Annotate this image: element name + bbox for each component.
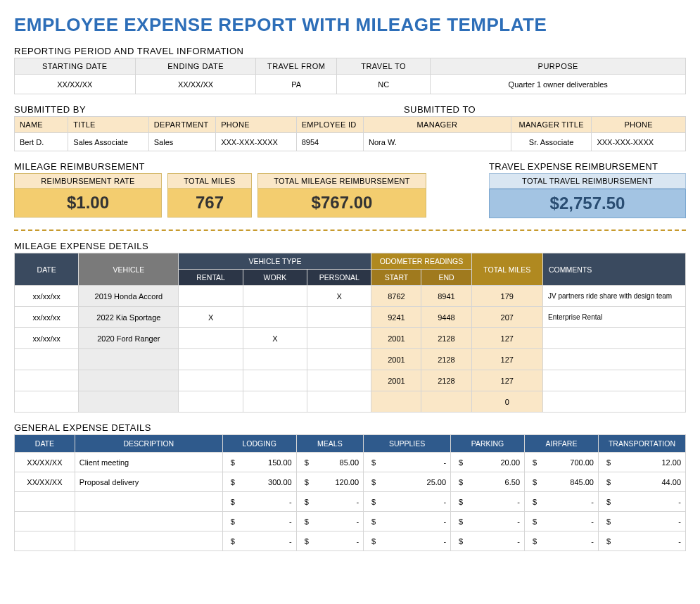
mil-rental[interactable] [179, 286, 243, 307]
mil-start[interactable] [371, 391, 421, 413]
gen-date[interactable] [15, 531, 75, 551]
mil-start[interactable]: 2001 [371, 349, 421, 370]
rp-cell[interactable]: XX/XX/XX [135, 75, 256, 94]
gen-desc[interactable]: Proposal delivery [75, 472, 222, 492]
gen-supplies[interactable]: $25.00 [364, 472, 451, 492]
mil-end[interactable] [421, 391, 471, 413]
mil-date[interactable] [15, 370, 79, 391]
mil-end[interactable]: 2128 [421, 328, 471, 349]
mil-work[interactable] [243, 370, 307, 391]
mil-date[interactable]: xx/xx/xx [15, 307, 79, 328]
gen-airfare[interactable]: $- [525, 492, 599, 512]
mil-rental[interactable] [179, 391, 243, 413]
mil-start[interactable]: 9241 [371, 307, 421, 328]
mil-end[interactable]: 2128 [421, 349, 471, 370]
mil-start[interactable]: 2001 [371, 328, 421, 349]
gen-meals[interactable]: $- [296, 531, 363, 551]
mil-start[interactable]: 2001 [371, 370, 421, 391]
mil-work[interactable]: X [243, 328, 307, 349]
st-cell[interactable]: XXX-XXX-XXXX [592, 133, 686, 151]
mil-personal[interactable]: X [307, 286, 371, 307]
sb-cell[interactable]: XXX-XXX-XXXX [216, 133, 296, 151]
mil-comments[interactable]: JV partners ride share with design team [543, 286, 686, 307]
gen-lodging[interactable]: $300.00 [222, 472, 296, 492]
mil-personal[interactable] [307, 307, 371, 328]
gen-airfare[interactable]: $700.00 [525, 453, 599, 472]
sb-cell[interactable]: Bert D. [15, 133, 68, 151]
gen-airfare[interactable]: $- [525, 512, 599, 531]
gen-parking[interactable]: $6.50 [451, 472, 525, 492]
gen-parking[interactable]: $- [451, 512, 525, 531]
gen-supplies[interactable]: $- [364, 453, 451, 472]
mil-start[interactable]: 8762 [371, 286, 421, 307]
st-cell[interactable]: Nora W. [364, 133, 511, 151]
mil-rental[interactable] [179, 370, 243, 391]
gen-transport[interactable]: $12.00 [598, 453, 685, 472]
mil-rental[interactable]: X [179, 307, 243, 328]
mil-vehicle[interactable] [79, 349, 179, 370]
rp-cell[interactable]: NC [336, 75, 431, 94]
gen-desc[interactable] [75, 492, 222, 512]
mil-rental[interactable] [179, 349, 243, 370]
mil-date[interactable]: xx/xx/xx [15, 328, 79, 349]
gen-lodging[interactable]: $- [222, 512, 296, 531]
gen-transport[interactable]: $- [598, 492, 685, 512]
gen-supplies[interactable]: $- [364, 492, 451, 512]
mil-vehicle[interactable]: 2022 Kia Sportage [79, 307, 179, 328]
gen-meals[interactable]: $- [296, 512, 363, 531]
gen-desc[interactable]: Client meeting [75, 453, 222, 472]
rp-cell[interactable]: Quarter 1 owner deliverables [431, 75, 686, 94]
gen-lodging[interactable]: $- [222, 531, 296, 551]
gen-meals[interactable]: $- [296, 492, 363, 512]
st-cell[interactable]: Sr. Associate [511, 133, 591, 151]
mil-work[interactable] [243, 307, 307, 328]
mil-work[interactable] [243, 286, 307, 307]
gen-supplies[interactable]: $- [364, 531, 451, 551]
mil-comments[interactable] [543, 370, 686, 391]
gen-desc[interactable] [75, 512, 222, 531]
sb-cell[interactable]: Sales [148, 133, 215, 151]
gen-date[interactable] [15, 512, 75, 531]
mil-personal[interactable] [307, 328, 371, 349]
mil-work[interactable] [243, 391, 307, 413]
mil-personal[interactable] [307, 370, 371, 391]
mil-vehicle[interactable] [79, 370, 179, 391]
mil-work[interactable] [243, 349, 307, 370]
mil-comments[interactable] [543, 328, 686, 349]
sb-cell[interactable]: Sales Associate [68, 133, 148, 151]
mil-end[interactable]: 8941 [421, 286, 471, 307]
mil-personal[interactable] [307, 349, 371, 370]
mil-date[interactable] [15, 391, 79, 413]
gen-parking[interactable]: $- [451, 492, 525, 512]
mil-vehicle[interactable]: 2019 Honda Accord [79, 286, 179, 307]
gen-transport[interactable]: $- [598, 531, 685, 551]
rp-cell[interactable]: XX/XX/XX [15, 75, 136, 94]
gen-date[interactable]: XX/XX/XX [15, 472, 75, 492]
gen-meals[interactable]: $85.00 [296, 453, 363, 472]
gen-date[interactable] [15, 492, 75, 512]
mil-rental[interactable] [179, 328, 243, 349]
mil-vehicle[interactable]: 2020 Ford Ranger [79, 328, 179, 349]
mil-date[interactable]: xx/xx/xx [15, 286, 79, 307]
mil-end[interactable]: 2128 [421, 370, 471, 391]
sb-cell[interactable]: 8954 [296, 133, 363, 151]
mil-vehicle[interactable] [79, 391, 179, 413]
gen-parking[interactable]: $20.00 [451, 453, 525, 472]
mil-end[interactable]: 9448 [421, 307, 471, 328]
mil-comments[interactable] [543, 391, 686, 413]
mil-comments[interactable] [543, 349, 686, 370]
gen-desc[interactable] [75, 531, 222, 551]
gen-lodging[interactable]: $150.00 [222, 453, 296, 472]
gen-supplies[interactable]: $- [364, 512, 451, 531]
gen-meals[interactable]: $120.00 [296, 472, 363, 492]
mil-comments[interactable]: Enterprise Rental [543, 307, 686, 328]
gen-airfare[interactable]: $845.00 [525, 472, 599, 492]
gen-airfare[interactable]: $- [525, 531, 599, 551]
gen-transport[interactable]: $44.00 [598, 472, 685, 492]
gen-lodging[interactable]: $- [222, 492, 296, 512]
mil-date[interactable] [15, 349, 79, 370]
rp-cell[interactable]: PA [256, 75, 336, 94]
gen-parking[interactable]: $- [451, 531, 525, 551]
gen-transport[interactable]: $- [598, 512, 685, 531]
mil-personal[interactable] [307, 391, 371, 413]
